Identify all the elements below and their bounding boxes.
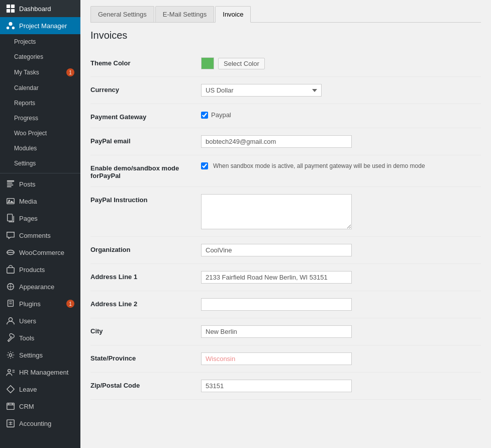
paypal-email-input[interactable] [201, 135, 352, 148]
svg-rect-0 [7, 5, 10, 8]
sidebar-leave-label: Leave [19, 386, 37, 393]
sidebar-item-plugins[interactable]: Plugins 1 [0, 295, 80, 312]
city-label: City [90, 325, 201, 335]
content-wrap: General Settings E-Mail Settings Invoice… [80, 0, 491, 410]
my-tasks-badge: 1 [66, 68, 74, 76]
state-controls [201, 352, 481, 365]
svg-rect-16 [7, 267, 14, 273]
sidebar-item-dashboard[interactable]: Dashboard [0, 0, 80, 17]
payment-gateway-controls: Paypal [201, 111, 481, 119]
sidebar-item-calendar[interactable]: Calendar [0, 80, 80, 96]
sidebar-item-posts[interactable]: Posts [0, 175, 80, 193]
sidebar-item-projects[interactable]: Projects [0, 34, 80, 49]
paypal-checkbox[interactable] [201, 112, 208, 119]
form-row-zip: Zip/Postal Code [90, 373, 481, 400]
sidebar-item-my-tasks[interactable]: My Tasks 1 [0, 64, 80, 80]
color-swatch[interactable] [201, 57, 214, 69]
sidebar-item-pm-label: Project Manager [19, 22, 67, 30]
currency-select[interactable]: US Dollar Euro British Pound Canadian Do… [201, 84, 322, 97]
state-input[interactable] [201, 352, 352, 365]
organization-label: Organization [90, 244, 201, 253]
sidebar-item-accounting[interactable]: Accounting [0, 415, 80, 432]
organization-input[interactable] [201, 244, 352, 256]
payment-gateway-label: Payment Gateway [90, 111, 201, 121]
sidebar-appearance-label: Appearance [19, 283, 54, 291]
sidebar-item-tools[interactable]: Tools [0, 329, 80, 346]
svg-rect-9 [7, 185, 14, 186]
tab-general-settings[interactable]: General Settings [90, 6, 154, 22]
main-content: General Settings E-Mail Settings Invoice… [80, 0, 491, 448]
paypal-checkbox-label[interactable]: Paypal [201, 111, 231, 119]
sidebar-item-settings-sub[interactable]: Settings [0, 156, 80, 171]
form-row-currency: Currency US Dollar Euro British Pound Ca… [90, 77, 481, 104]
sidebar-item-woocommerce[interactable]: WooCommerce [0, 244, 80, 261]
sandbox-checkbox[interactable] [201, 162, 208, 169]
tab-email-settings[interactable]: E-Mail Settings [155, 6, 214, 22]
theme-color-controls: Select Color [201, 57, 481, 69]
tabs-bar: General Settings E-Mail Settings Invoice [90, 6, 481, 23]
sidebar-item-pages[interactable]: Pages [0, 210, 80, 227]
form-row-theme-color: Theme Color Select Color [90, 50, 481, 77]
sidebar-hr-label: HR Management [19, 369, 68, 376]
paypal-email-label: PayPal email [90, 135, 201, 145]
paypal-label-text: Paypal [211, 111, 231, 119]
sidebar-settings-sub-label: Settings [14, 160, 36, 167]
sidebar-modules-label: Modules [14, 145, 37, 152]
sidebar-item-media[interactable]: Media [0, 193, 80, 210]
svg-rect-26 [7, 403, 14, 410]
svg-rect-2 [7, 9, 10, 13]
state-label: State/Province [90, 352, 201, 362]
address2-label: Address Line 2 [90, 298, 201, 308]
sidebar-item-categories[interactable]: Categories [0, 49, 80, 64]
sidebar-my-tasks-label: My Tasks [14, 69, 39, 76]
form-row-organization: Organization [90, 237, 481, 264]
address1-input[interactable] [201, 271, 352, 284]
sandbox-checkbox-wrap[interactable]: When sandbox mode is active, all payment… [201, 162, 425, 169]
zip-input[interactable] [201, 380, 352, 392]
address2-controls [201, 298, 481, 311]
sidebar-crm-label: CRM [19, 403, 34, 410]
sidebar-users-label: Users [19, 317, 36, 325]
sidebar-item-modules[interactable]: Modules [0, 141, 80, 156]
sidebar-accounting-label: Accounting [19, 420, 51, 427]
tab-invoice[interactable]: Invoice [215, 6, 251, 23]
sidebar-plugins-label: Plugins [19, 300, 41, 308]
address2-input[interactable] [201, 298, 352, 311]
sidebar-woo-project-label: Woo Project [14, 130, 47, 137]
form-row-sandbox: Enable demo/sandbox mode forPayPal When … [90, 155, 481, 187]
sidebar-item-products[interactable]: Products [0, 261, 80, 278]
sidebar-item-users[interactable]: Users [0, 312, 80, 329]
sidebar-reports-label: Reports [14, 100, 35, 107]
sidebar-comments-label: Comments [19, 232, 51, 239]
sidebar-item-woo-project[interactable]: Woo Project [0, 126, 80, 141]
sidebar-calendar-label: Calendar [14, 84, 39, 92]
sidebar-item-leave[interactable]: Leave [0, 381, 80, 398]
svg-rect-18 [8, 300, 14, 307]
sidebar-woocommerce-label: WooCommerce [19, 249, 64, 256]
page-title: Invoices [90, 30, 481, 41]
sidebar-item-hr[interactable]: HR Management [0, 364, 80, 381]
svg-point-6 [12, 27, 15, 29]
sidebar-item-crm[interactable]: CRM [0, 398, 80, 415]
sidebar-item-reports[interactable]: Reports [0, 96, 80, 111]
sidebar-pages-label: Pages [19, 215, 38, 222]
sidebar-item-project-manager[interactable]: Project Manager [0, 17, 80, 34]
select-color-button[interactable]: Select Color [218, 58, 265, 69]
paypal-instruction-textarea[interactable] [201, 194, 352, 229]
svg-rect-11 [7, 199, 14, 204]
paypal-email-controls [201, 135, 481, 148]
sidebar-categories-label: Categories [14, 53, 43, 60]
organization-controls [201, 244, 481, 256]
form-row-payment-gateway: Payment Gateway Paypal [90, 104, 481, 128]
currency-controls: US Dollar Euro British Pound Canadian Do… [201, 84, 481, 97]
sandbox-note: When sandbox mode is active, all payment… [213, 162, 425, 169]
sandbox-controls: When sandbox mode is active, all payment… [201, 162, 481, 169]
city-input[interactable] [201, 325, 352, 338]
paypal-instruction-controls [201, 194, 481, 229]
sidebar-item-settings[interactable]: Settings [0, 346, 80, 364]
zip-controls [201, 380, 481, 392]
sidebar-item-appearance[interactable]: Appearance [0, 278, 80, 295]
sidebar-item-comments[interactable]: Comments [0, 227, 80, 244]
svg-point-23 [8, 370, 11, 372]
sidebar-item-progress[interactable]: Progress [0, 111, 80, 126]
